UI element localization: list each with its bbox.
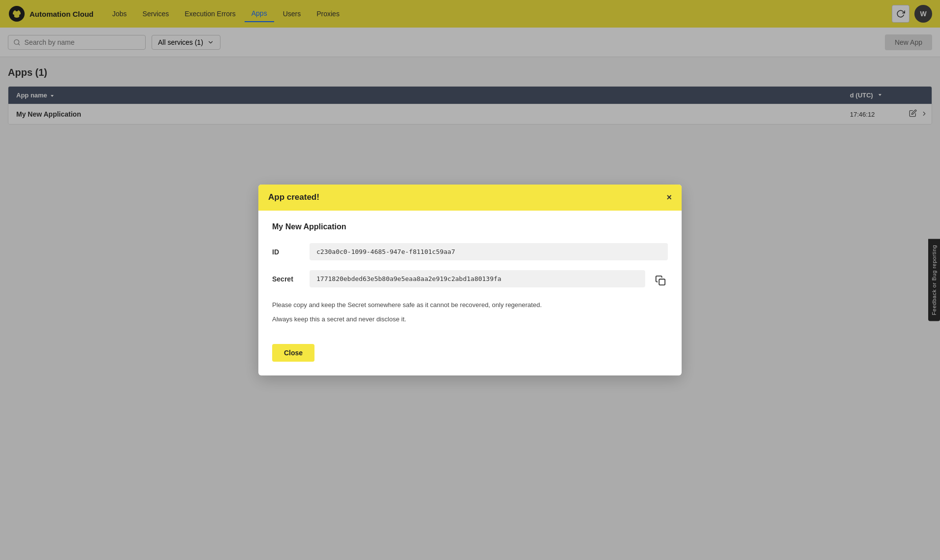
modal-overlay[interactable]: App created! × My New Application ID c23… [0,0,940,134]
